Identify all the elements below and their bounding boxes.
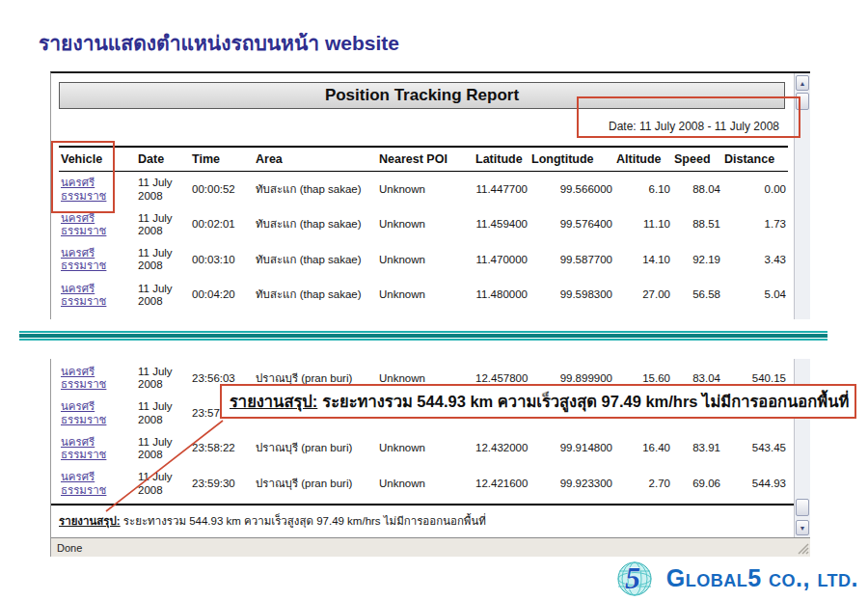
poi-cell: Unknown (377, 431, 474, 466)
slide: รายงานแสดงตำแหน่งรถบนหน้า website Positi… (0, 0, 868, 601)
status-text: Done (57, 542, 82, 554)
latitude-cell: 12.421600 (474, 466, 529, 501)
poi-cell: Unknown (377, 172, 474, 207)
scroll-up-icon: ▲ (800, 80, 806, 87)
longtitude-cell: 99.914800 (529, 431, 614, 466)
scroll-up-button[interactable]: ▲ (796, 75, 809, 91)
col-date: Date (136, 147, 190, 172)
altitude-cell: 27.00 (614, 278, 672, 313)
time-cell: 00:02:01 (190, 207, 254, 242)
date-highlight-box (577, 96, 800, 138)
area-cell: ทับสะแก (thap sakae) (254, 242, 377, 277)
col-speed: Speed (672, 147, 722, 172)
col-distance: Distance (722, 147, 788, 172)
date-cell: 11 July2008 (136, 207, 190, 242)
table-header-row: Vehicle Date Time Area Nearest POI Latit… (59, 147, 788, 172)
vehicle-link[interactable]: นครศรีธรรมราช (61, 283, 106, 307)
summary-label: รายงานสรุป: (59, 515, 121, 527)
area-cell: ทับสะแก (thap sakae) (254, 172, 377, 207)
altitude-cell: 14.10 (614, 242, 672, 277)
vehicle-cell: นครศรีธรรมราช (59, 361, 136, 396)
area-cell: ทับสะแก (thap sakae) (254, 278, 377, 313)
longtitude-cell: 99.598300 (529, 278, 614, 313)
resize-grip-icon[interactable] (797, 542, 809, 555)
vehicle-cell: นครศรีธรรมราช (59, 278, 136, 313)
tracking-table: Vehicle Date Time Area Nearest POI Latit… (59, 146, 788, 313)
logo-company-name: Global5 co., ltd. (666, 564, 858, 592)
date-cell: 11 July2008 (136, 361, 190, 396)
altitude-cell: 16.40 (614, 431, 672, 466)
latitude-cell: 12.432000 (474, 431, 529, 466)
summary-text: ระยะทางรวม 544.93 km ความเร็วสูงสุด 97.4… (123, 515, 486, 527)
distance-cell: 1.73 (722, 207, 788, 242)
poi-cell: Unknown (377, 278, 474, 313)
globe-icon: 5 (614, 559, 657, 597)
area-cell: ปราณบุรี (pran buri) (254, 431, 377, 466)
company-logo: 5 Global5 co., ltd. (614, 559, 858, 597)
longtitude-cell: 99.587700 (529, 242, 614, 277)
distance-cell: 544.93 (722, 466, 788, 501)
latitude-cell: 11.447700 (474, 172, 529, 207)
slide-title: รายงานแสดงตำแหน่งรถบนหน้า website (39, 27, 399, 59)
altitude-cell: 11.10 (614, 207, 672, 242)
poi-cell: Unknown (377, 207, 474, 242)
distance-cell: 5.04 (722, 278, 788, 313)
speed-cell: 69.06 (672, 466, 722, 501)
vehicle-link[interactable]: นครศรีธรรมราช (61, 366, 106, 390)
area-cell: ปราณบุรี (pran buri) (254, 466, 377, 501)
col-time: Time (190, 147, 254, 172)
time-cell: 00:03:10 (190, 242, 254, 277)
distance-cell: 543.45 (722, 431, 788, 466)
vehicle-link[interactable]: นครศรีธรรมราช (61, 247, 106, 271)
col-longtitude: Longtitude (529, 147, 614, 172)
scroll-down-button[interactable]: ▼ (796, 520, 809, 535)
time-cell: 00:04:20 (190, 278, 254, 313)
speed-cell: 56.58 (672, 278, 722, 313)
status-bar: Done (51, 537, 810, 557)
poi-cell: Unknown (377, 466, 474, 501)
speed-cell: 88.51 (672, 207, 722, 242)
callout-leader-line (96, 415, 231, 516)
latitude-cell: 11.459400 (474, 207, 529, 242)
longtitude-cell: 99.566000 (529, 172, 614, 207)
col-altitude: Altitude (614, 147, 672, 172)
latitude-cell: 11.480000 (474, 278, 529, 313)
speed-cell: 83.91 (672, 431, 722, 466)
summary-callout: รายงานสรุป: ระยะทางรวม 544.93 km ความเร็… (220, 384, 856, 419)
col-poi: Nearest POI (377, 147, 474, 172)
vehicle-cell: นครศรีธรรมราช (59, 242, 136, 277)
date-cell: 11 July2008 (136, 278, 190, 313)
vehicle-highlight-box (51, 141, 115, 213)
col-area: Area (254, 147, 377, 172)
date-cell: 11 July2008 (136, 172, 190, 207)
table-row: นครศรีธรรมราช 11 July2008 00:02:01 ทับสะ… (59, 207, 788, 242)
poi-cell: Unknown (377, 242, 474, 277)
speed-cell: 88.04 (672, 172, 722, 207)
scroll-down-icon: ▼ (800, 525, 806, 532)
latitude-cell: 11.470000 (474, 242, 529, 277)
date-cell: 11 July2008 (136, 242, 190, 277)
table-row: นครศรีธรรมราช 11 July2008 00:04:20 ทับสะ… (59, 278, 788, 313)
altitude-cell: 2.70 (614, 466, 672, 501)
longtitude-cell: 99.923300 (529, 466, 614, 501)
logo-digit: 5 (625, 560, 640, 595)
speed-cell: 92.19 (672, 242, 722, 277)
vehicle-link[interactable]: นครศรีธรรมราช (61, 212, 106, 236)
distance-cell: 3.43 (722, 242, 788, 277)
distance-cell: 0.00 (722, 172, 788, 207)
area-cell: ทับสะแก (thap sakae) (254, 207, 377, 242)
table-row: นครศรีธรรมราช 11 July2008 00:00:52 ทับสะ… (59, 172, 788, 207)
longtitude-cell: 99.576400 (529, 207, 614, 242)
scrollbar-thumb[interactable] (796, 499, 809, 516)
time-cell: 00:00:52 (190, 172, 254, 207)
table-row: นครศรีธรรมราช 11 July2008 00:03:10 ทับสะ… (59, 242, 788, 277)
altitude-cell: 6.10 (614, 172, 672, 207)
col-latitude: Latitude (474, 147, 529, 172)
callout-text: ระยะทางรวม 544.93 km ความเร็วสูงสุด 97.4… (322, 389, 849, 414)
callout-label: รายงานสรุป: (230, 389, 317, 414)
divider (19, 331, 827, 341)
